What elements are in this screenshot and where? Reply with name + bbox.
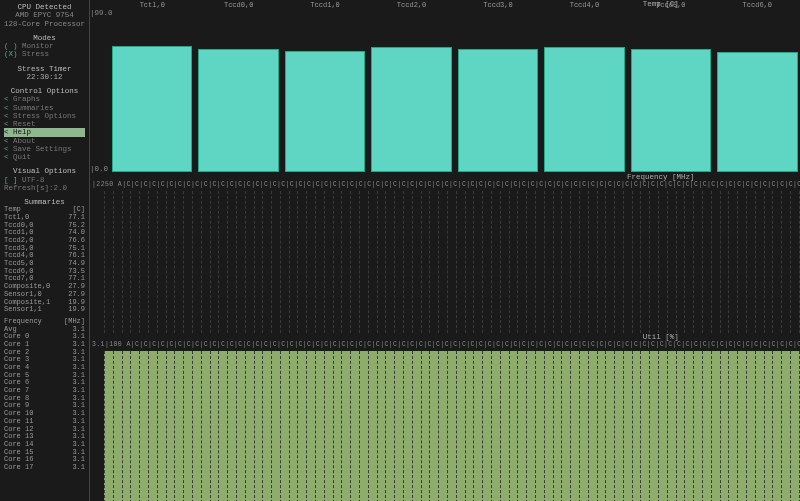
- content-area: Temp [C] |99.0 |0.0 Tctl,0Tccd0,0Tccd1,0…: [89, 0, 800, 501]
- temp-bar-Tccd3,0: Tccd3,0: [458, 10, 538, 172]
- control-item-stress-options[interactable]: < Stress Options: [4, 112, 85, 120]
- control-item-graphs[interactable]: < Graphs: [4, 95, 85, 103]
- util-chart-title: Util [%]: [90, 333, 800, 341]
- stress-timer-value: 22:30:12: [4, 73, 85, 81]
- temp-bar-Tccd0,0: Tccd0,0: [198, 10, 278, 172]
- freq-chart-title: Frequency [MHz]: [90, 173, 800, 181]
- control-item-save-settings[interactable]: < Save Settings: [4, 145, 85, 153]
- cpu-model: AMD EPYC 9754: [4, 11, 85, 19]
- temp-bar-Tccd6,0: Tccd6,0: [717, 10, 797, 172]
- summary-row: Sensor1,119.9: [4, 306, 85, 314]
- temp-bar-Tccd2,0: Tccd2,0: [371, 10, 451, 172]
- temp-bar-Tccd1,0: Tccd1,0: [285, 10, 365, 172]
- sidebar: CPU Detected AMD EPYC 9754 128-Core Proc…: [0, 0, 89, 501]
- temp-chart: Temp [C] |99.0 |0.0 Tctl,0Tccd0,0Tccd1,0…: [90, 0, 800, 173]
- temp-ymax: |99.0: [90, 9, 113, 17]
- temp-ymin: |0.0: [90, 165, 108, 173]
- control-item-about[interactable]: < About: [4, 137, 85, 145]
- cpu-detected-header: CPU Detected: [4, 3, 85, 11]
- temp-bar-Tccd5,0: Tccd5,0: [631, 10, 711, 172]
- freq-chart: Frequency [MHz] |2250 A|C|C|C|C|C|C|C|C|…: [90, 173, 800, 333]
- stress-timer-header: Stress Timer: [4, 65, 85, 73]
- control-item-help[interactable]: < Help: [4, 128, 85, 136]
- visual-utf8-toggle[interactable]: [ ] UTF-8: [4, 176, 85, 184]
- visual-refresh[interactable]: Refresh[s]:2.0: [4, 184, 85, 192]
- util-chart-head: 3.1|100 A|C|C|C|C|C|C|C|C|C|C|C|C|C|C|C|…: [90, 341, 800, 348]
- temp-chart-title: Temp [C]: [90, 0, 800, 8]
- control-item-reset[interactable]: < Reset: [4, 120, 85, 128]
- cpu-cores: 128-Core Processor: [4, 20, 85, 28]
- util-chart: Util [%] 3.1|100 A|C|C|C|C|C|C|C|C|C|C|C…: [90, 333, 800, 501]
- util-fill: [104, 351, 800, 501]
- freq-chart-head: |2250 A|C|C|C|C|C|C|C|C|C|C|C|C|C|C|C|C|…: [90, 181, 800, 188]
- temp-bar-Tctl,0: Tctl,0: [112, 10, 192, 172]
- control-item-quit[interactable]: < Quit: [4, 153, 85, 161]
- temp-bar-Tccd4,0: Tccd4,0: [544, 10, 624, 172]
- visual-options-header: Visual Options: [4, 167, 85, 175]
- modes-header: Modes: [4, 34, 85, 42]
- summary-core-row: Core 173.1: [4, 464, 85, 472]
- mode-monitor[interactable]: ( ) Monitor: [4, 42, 85, 50]
- mode-stress[interactable]: (X) Stress: [4, 50, 85, 58]
- control-item-summaries[interactable]: < Summaries: [4, 104, 85, 112]
- control-options-header: Control Options: [4, 87, 85, 95]
